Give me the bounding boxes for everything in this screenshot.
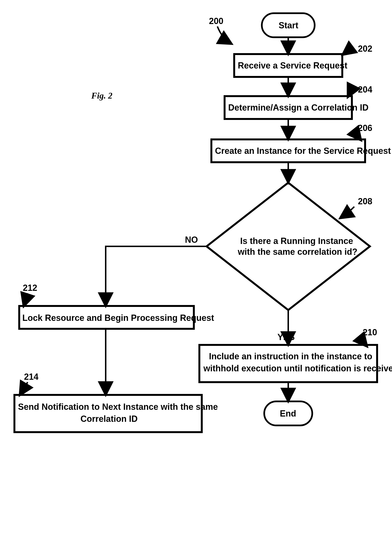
decision-208-line2: with the same correlation id?	[238, 247, 357, 257]
ref-214: 214	[24, 372, 38, 382]
ref-208: 208	[358, 196, 372, 206]
start-label: Start	[279, 21, 298, 30]
flowchart-figure: Fig. 2 200 Start Receive a Service Reque…	[0, 0, 392, 548]
ref-210: 210	[363, 327, 377, 337]
ref-arrow-202	[343, 47, 353, 54]
end-label: End	[280, 409, 296, 419]
step-210-line2: withhold execution until notification is…	[203, 363, 392, 373]
decision-208-line1: Is there a Running Instance	[240, 236, 353, 246]
step-214-line2: Correlation ID	[80, 414, 138, 424]
step-210-line1: Include an instruction in the instance t…	[209, 351, 372, 361]
step-202-text: Receive a Service Request	[238, 61, 347, 71]
ref-arrow-200	[217, 26, 231, 43]
decision-208	[207, 183, 370, 310]
step-206-text: Create an Instance for the Service Reque…	[215, 146, 391, 156]
figure-label: Fig. 2	[91, 91, 112, 100]
step-212-text: Lock Resource and Begin Processing Reque…	[22, 313, 214, 323]
ref-arrow-204	[348, 88, 353, 96]
ref-202: 202	[358, 44, 372, 54]
no-label: NO	[185, 235, 198, 245]
ref-206: 206	[358, 123, 372, 133]
step-214-line1: Send Notification to Next Instance with …	[18, 402, 218, 412]
ref-212: 212	[23, 283, 37, 293]
step-204-text: Determine/Assign a Correlation ID	[228, 103, 368, 113]
ref-arrow-212	[24, 293, 28, 305]
yes-label: YES	[277, 332, 295, 342]
edge-no	[106, 246, 207, 305]
ref-arrow-214	[21, 382, 28, 394]
step-214	[14, 395, 202, 432]
ref-200: 200	[209, 16, 223, 26]
ref-204: 204	[358, 85, 372, 94]
ref-arrow-208	[341, 207, 354, 218]
